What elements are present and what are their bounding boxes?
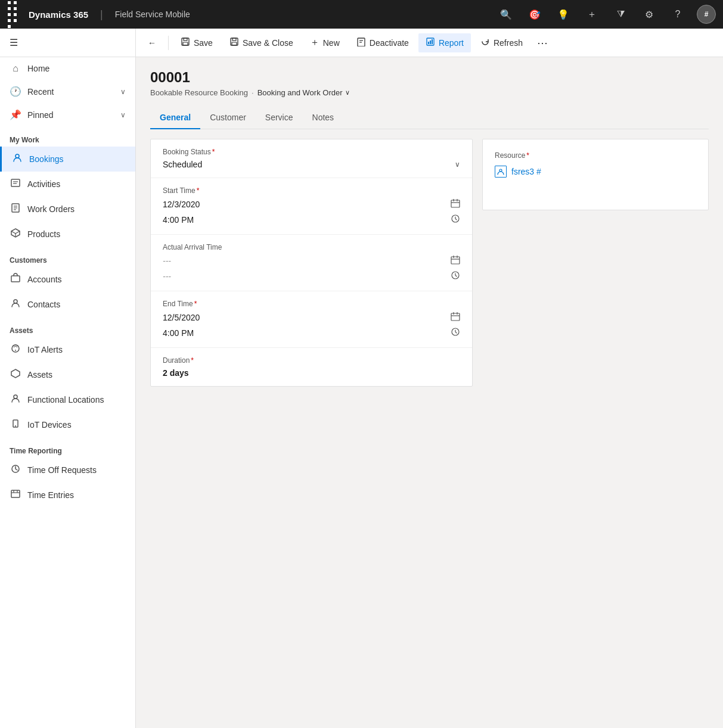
filter-icon[interactable]: ⧩: [611, 5, 630, 24]
sidebar-item-time-off-requests[interactable]: Time Off Requests: [0, 458, 135, 483]
sidebar-item-label: Time Off Requests: [27, 465, 97, 475]
clock-icon[interactable]: [451, 327, 460, 339]
tab-service[interactable]: Service: [256, 107, 303, 129]
save-close-icon: [229, 37, 239, 49]
sidebar-item-label: Contacts: [27, 300, 60, 309]
tab-customer[interactable]: Customer: [200, 107, 256, 129]
start-time-value[interactable]: 4:00 PM: [163, 214, 460, 226]
duration-label: Duration*: [163, 356, 460, 365]
settings-icon[interactable]: ⚙: [640, 5, 659, 24]
clock-icon[interactable]: [451, 270, 460, 282]
sidebar-item-home[interactable]: ⌂ Home: [0, 57, 135, 80]
sidebar-item-label: IoT Alerts: [27, 345, 63, 354]
brand-name: Dynamics 365: [29, 10, 88, 20]
deactivate-button[interactable]: Deactivate: [349, 33, 416, 52]
end-time-value[interactable]: 4:00 PM: [163, 327, 460, 339]
functional-locations-icon: [10, 393, 21, 406]
svg-rect-35: [432, 39, 433, 44]
start-date-value[interactable]: 12/3/2020: [163, 198, 460, 210]
sidebar-item-activities[interactable]: Activities: [0, 172, 135, 197]
breadcrumb-current[interactable]: Booking and Work Order ∨: [257, 88, 350, 97]
svg-point-51: [499, 169, 502, 172]
search-icon[interactable]: 🔍: [497, 5, 516, 24]
circle-check-icon[interactable]: 🎯: [525, 5, 544, 24]
resource-link[interactable]: fsres3 #: [495, 166, 696, 178]
report-button[interactable]: Report: [418, 33, 471, 52]
section-header-customers: Customers: [0, 247, 135, 267]
save-close-button-label: Save & Close: [243, 38, 293, 48]
form-layout: Booking Status* Scheduled ∨ Start Time*: [150, 139, 709, 387]
sidebar-item-accounts[interactable]: Accounts: [0, 267, 135, 292]
resource-card: Resource* fsres3 #: [482, 139, 709, 210]
new-icon: ＋: [310, 36, 319, 49]
end-time-field: End Time* 12/5/2020 4:00 PM: [151, 291, 472, 348]
save-button[interactable]: Save: [173, 33, 220, 52]
actual-arrival-time-field: Actual Arrival Time --- ---: [151, 235, 472, 291]
breadcrumb-link[interactable]: Bookable Resource Booking: [150, 88, 248, 97]
home-icon: ⌂: [10, 63, 21, 74]
calendar-icon[interactable]: [451, 255, 460, 267]
new-button[interactable]: ＋ New: [303, 33, 347, 52]
end-date-value[interactable]: 12/5/2020: [163, 312, 460, 323]
clock-icon[interactable]: [451, 214, 460, 226]
sidebar-item-bookings[interactable]: Bookings: [0, 147, 135, 172]
breadcrumb-chevron-icon: ∨: [345, 89, 350, 97]
svg-line-10: [15, 231, 20, 234]
breadcrumb: Bookable Resource Booking · Booking and …: [150, 88, 709, 97]
sidebar-item-assets[interactable]: Assets: [0, 362, 135, 387]
sidebar-item-label: Activities: [27, 179, 60, 189]
lightbulb-icon[interactable]: 💡: [554, 5, 573, 24]
iot-devices-icon: [10, 418, 21, 431]
duration-field: Duration* 2 days: [151, 348, 472, 386]
booking-status-value[interactable]: Scheduled ∨: [163, 160, 460, 169]
tab-notes[interactable]: Notes: [303, 107, 344, 129]
sidebar-item-iot-devices[interactable]: IoT Devices: [0, 412, 135, 437]
svg-rect-34: [430, 41, 431, 44]
calendar-icon[interactable]: [451, 312, 460, 323]
sidebar-item-time-entries[interactable]: Time Entries: [0, 483, 135, 508]
sidebar: ☰ ⌂ Home 🕐 Recent ∨ 📌 Pinned ∨ My Work B…: [0, 29, 136, 728]
pin-icon: 📌: [10, 109, 21, 120]
required-marker: *: [194, 300, 197, 308]
sidebar-item-functional-locations[interactable]: Functional Locations: [0, 387, 135, 412]
sidebar-item-contacts[interactable]: Contacts: [0, 292, 135, 317]
sidebar-item-label: Recent: [27, 87, 54, 97]
actual-arrival-label: Actual Arrival Time: [163, 243, 460, 251]
sidebar-item-recent[interactable]: 🕐 Recent ∨: [0, 80, 135, 103]
help-icon[interactable]: ?: [668, 5, 687, 24]
refresh-button[interactable]: Refresh: [473, 33, 530, 52]
refresh-button-label: Refresh: [494, 38, 523, 48]
more-options-button[interactable]: ⋯: [532, 33, 553, 53]
nav-separator: |: [100, 8, 103, 21]
assets-icon: [10, 368, 21, 381]
save-icon: [181, 37, 190, 49]
add-icon[interactable]: ＋: [582, 5, 601, 24]
start-time-field: Start Time* 12/3/2020 4:00 PM: [151, 178, 472, 235]
calendar-icon[interactable]: [451, 198, 460, 210]
hamburger-icon: ☰: [10, 37, 18, 48]
sidebar-item-products[interactable]: Products: [0, 222, 135, 247]
avatar[interactable]: #: [697, 5, 716, 24]
top-navigation: Dynamics 365 | Field Service Mobile 🔍 🎯 …: [0, 0, 723, 29]
sidebar-item-work-orders[interactable]: Work Orders: [0, 197, 135, 222]
sidebar-item-label: Pinned: [27, 110, 54, 120]
svg-rect-25: [183, 42, 188, 45]
main-content: ← Save Save & Close ＋ New: [136, 29, 723, 728]
save-close-button[interactable]: Save & Close: [222, 33, 300, 52]
products-icon: [10, 228, 21, 241]
sidebar-toggle[interactable]: ☰: [0, 29, 135, 57]
sidebar-item-label: Products: [27, 229, 60, 239]
waffle-menu[interactable]: [7, 1, 19, 29]
required-marker: *: [191, 356, 194, 365]
svg-rect-19: [11, 490, 20, 497]
sidebar-item-iot-alerts[interactable]: IoT Alerts: [0, 337, 135, 362]
tab-general[interactable]: General: [150, 107, 200, 129]
section-header-time-reporting: Time Reporting: [0, 437, 135, 458]
svg-point-0: [15, 154, 19, 158]
back-button[interactable]: ←: [141, 35, 163, 51]
end-time-label: End Time*: [163, 300, 460, 308]
actual-arrival-date-value[interactable]: ---: [163, 255, 460, 267]
actual-arrival-time-value[interactable]: ---: [163, 270, 460, 282]
section-header-assets: Assets: [0, 317, 135, 337]
sidebar-item-pinned[interactable]: 📌 Pinned ∨: [0, 103, 135, 126]
